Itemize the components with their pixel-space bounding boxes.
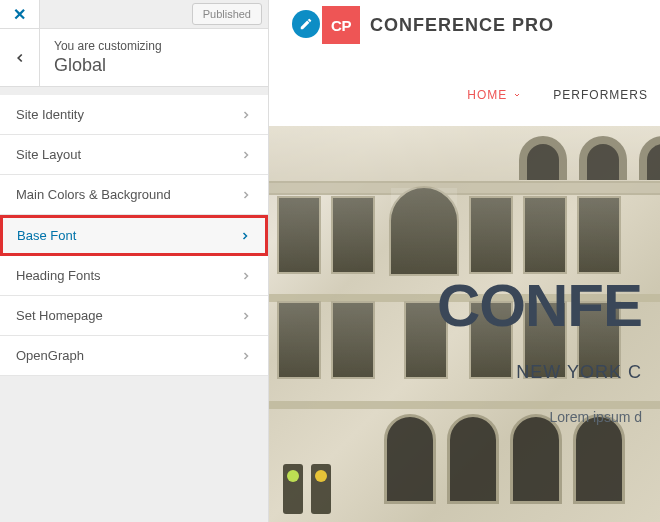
hero-subtitle: NEW YORK C (437, 362, 642, 383)
logo-text: CONFERENCE PRO (370, 15, 554, 36)
menu-item-site-identity[interactable]: Site Identity (0, 95, 268, 135)
menu-item-base-font[interactable]: Base Font (0, 215, 268, 256)
chevron-down-icon (513, 91, 521, 99)
hero-title: CONFE (437, 271, 642, 340)
menu-item-set-homepage[interactable]: Set Homepage (0, 296, 268, 336)
chevron-right-icon (240, 109, 252, 121)
hero-section: CONFE NEW YORK C Lorem ipsum d (269, 126, 660, 522)
close-button[interactable]: ✕ (0, 0, 40, 29)
menu-item-label: OpenGraph (16, 348, 84, 363)
chevron-right-icon (240, 310, 252, 322)
chevron-right-icon (240, 189, 252, 201)
menu-item-site-layout[interactable]: Site Layout (0, 135, 268, 175)
menu-item-label: Main Colors & Background (16, 187, 171, 202)
hero-text: CONFE NEW YORK C Lorem ipsum d (437, 271, 660, 425)
preview-header: CP CONFERENCE PRO HOME PERFORMERS (269, 0, 660, 126)
menu-item-main-colors[interactable]: Main Colors & Background (0, 175, 268, 215)
menu-item-heading-fonts[interactable]: Heading Fonts (0, 256, 268, 296)
menu-item-label: Set Homepage (16, 308, 103, 323)
main-nav: HOME PERFORMERS (467, 88, 648, 102)
nav-home[interactable]: HOME (467, 88, 521, 102)
back-button[interactable] (0, 29, 40, 86)
menu-item-label: Base Font (17, 228, 76, 243)
publish-button[interactable]: Published (192, 3, 262, 25)
chevron-right-icon (240, 149, 252, 161)
customizer-sidebar: ✕ Published You are customizing Global S… (0, 0, 269, 522)
customizer-topbar: ✕ Published (0, 0, 268, 29)
nav-label: PERFORMERS (553, 88, 648, 102)
chevron-right-icon (239, 230, 251, 242)
nav-label: HOME (467, 88, 507, 102)
breadcrumb: You are customizing Global (0, 29, 268, 87)
site-logo[interactable]: CP CONFERENCE PRO (322, 6, 554, 44)
pencil-icon (299, 17, 313, 31)
breadcrumb-label: You are customizing (54, 39, 254, 53)
traffic-light-icon (283, 464, 303, 514)
preview-pane: CP CONFERENCE PRO HOME PERFORMERS (269, 0, 660, 522)
menu-item-label: Site Layout (16, 147, 81, 162)
chevron-right-icon (240, 270, 252, 282)
logo-badge: CP (322, 6, 360, 44)
hero-description: Lorem ipsum d (437, 409, 642, 425)
chevron-right-icon (240, 350, 252, 362)
menu-list: Site Identity Site Layout Main Colors & … (0, 95, 268, 376)
menu-item-opengraph[interactable]: OpenGraph (0, 336, 268, 376)
edit-shortcut-button[interactable] (292, 10, 320, 38)
traffic-light-icon (311, 464, 331, 514)
nav-performers[interactable]: PERFORMERS (553, 88, 648, 102)
menu-item-label: Site Identity (16, 107, 84, 122)
menu-item-label: Heading Fonts (16, 268, 101, 283)
breadcrumb-title: Global (54, 55, 254, 76)
